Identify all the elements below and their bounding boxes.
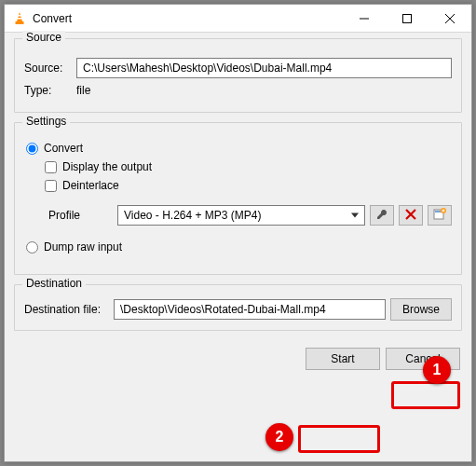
settings-group-label: Settings: [22, 115, 70, 128]
browse-button[interactable]: Browse: [390, 298, 452, 321]
deinterlace-label: Deinterlace: [62, 179, 119, 192]
vlc-icon: [12, 11, 27, 26]
new-profile-icon: [433, 208, 446, 224]
maximize-button[interactable]: [386, 5, 428, 33]
edit-profile-button[interactable]: [370, 205, 394, 226]
convert-dialog: Convert Source Source: Type: file Settin…: [4, 4, 472, 462]
display-output-label: Display the output: [62, 160, 152, 173]
dump-radio-label: Dump raw input: [44, 240, 122, 254]
svg-rect-2: [17, 18, 21, 20]
settings-group: Settings Convert Display the output Dein…: [14, 122, 462, 275]
titlebar: Convert: [5, 5, 471, 33]
start-button[interactable]: Start: [306, 348, 380, 370]
destination-group-label: Destination: [22, 277, 86, 290]
convert-radio-label: Convert: [44, 142, 83, 155]
dump-radio[interactable]: [26, 241, 38, 254]
delete-x-icon: [405, 209, 416, 223]
source-group-label: Source: [22, 31, 65, 44]
display-output-checkbox[interactable]: [45, 161, 57, 173]
profile-label: Profile: [48, 209, 117, 222]
delete-profile-button[interactable]: [399, 205, 423, 226]
svg-marker-0: [17, 12, 22, 21]
type-label: Type:: [24, 84, 76, 97]
destination-file-label: Destination file:: [24, 303, 114, 316]
profile-select[interactable]: Video - H.264 + MP3 (MP4): [117, 205, 365, 226]
source-label: Source:: [24, 62, 76, 75]
source-group: Source Source: Type: file: [14, 38, 462, 113]
dialog-footer: Start Cancel: [14, 340, 462, 372]
type-value: file: [76, 84, 90, 97]
wrench-icon: [375, 208, 388, 224]
close-button[interactable]: [428, 5, 471, 33]
minimize-button[interactable]: [343, 5, 386, 33]
deinterlace-checkbox[interactable]: [45, 180, 57, 192]
destination-group: Destination Destination file: Browse: [14, 284, 462, 331]
svg-rect-4: [403, 14, 412, 22]
window-title: Convert: [33, 12, 343, 25]
svg-rect-3: [16, 21, 24, 24]
cancel-button[interactable]: Cancel: [386, 348, 460, 370]
source-path-field[interactable]: [76, 58, 452, 78]
svg-rect-1: [18, 15, 21, 17]
new-profile-button[interactable]: [428, 205, 452, 226]
convert-radio[interactable]: [26, 143, 38, 155]
destination-file-field[interactable]: [114, 299, 386, 320]
profile-select-value: Video - H.264 + MP3 (MP4): [124, 209, 262, 222]
